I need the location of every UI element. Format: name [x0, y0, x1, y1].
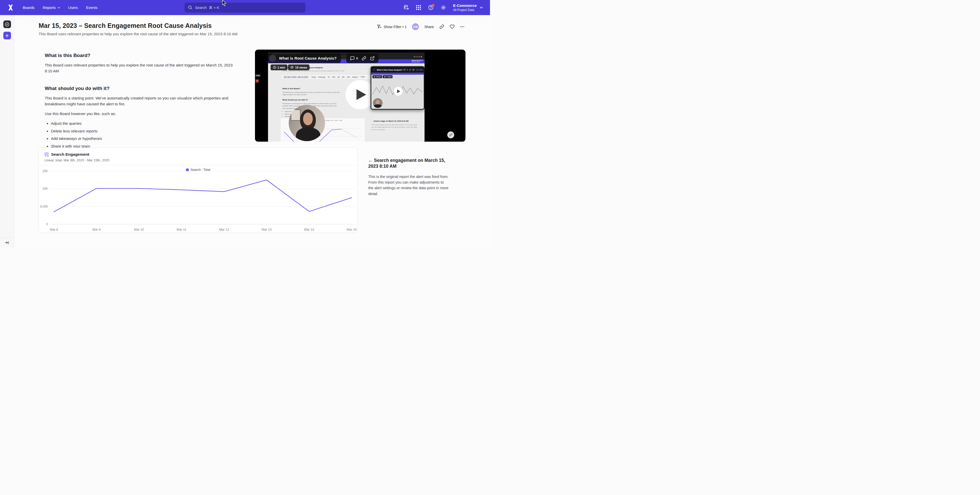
play-icon: [356, 89, 366, 100]
report-title[interactable]: Search Engagement: [51, 152, 89, 157]
play-icon: [397, 89, 400, 93]
apps-grid-icon[interactable]: [416, 5, 421, 10]
recording-timer: 0:02: [255, 74, 261, 77]
notification-dot: [432, 4, 434, 6]
pip-title: What is Root Cause Analysis?: [377, 69, 402, 71]
project-selector[interactable]: E-Commerce All Project Data: [453, 3, 483, 12]
report-card-search-engagement[interactable]: Search Engagement Linear, total, Mar 8th…: [39, 148, 358, 233]
presenter-avatar: [269, 55, 276, 62]
compass-icon: [5, 22, 10, 27]
primary-nav: Boards Reports Users Events: [23, 6, 97, 10]
video-meta: 1 min 19 views: [270, 64, 309, 70]
eye-icon: [290, 66, 294, 69]
pip-body: 18 sec 1 view: [371, 75, 424, 109]
filter-plus-icon: [377, 24, 382, 29]
section-heading: What is this Board?: [45, 53, 236, 58]
suggestion-list: Adjust the queries Delete less relevant …: [45, 121, 236, 149]
video-player[interactable]: Mar 15, 2023 - Search Engag… Boards Repo…: [255, 49, 465, 142]
browser-extensions: [414, 56, 422, 57]
settings-gear-icon[interactable]: [441, 5, 446, 11]
pip-play-button[interactable]: [394, 87, 402, 95]
clock-icon: [374, 76, 375, 78]
open-external-icon: [412, 69, 415, 71]
video-duration-badge: 1 min: [270, 64, 288, 70]
pip-duration-badge: 18 sec: [372, 75, 382, 78]
discover-compass-button[interactable]: [3, 21, 11, 28]
heart-icon: [450, 24, 455, 29]
divider: [39, 165, 357, 166]
board-canvas: Mar 15, 2023 – Search Engagement Root Ca…: [14, 15, 490, 247]
pip-title-bar: What is Root Cause Analysis? 0: [371, 67, 424, 73]
pip-webcam: [373, 98, 383, 108]
list-item: Add takeaways or hypotheses: [51, 136, 236, 142]
nav-events[interactable]: Events: [86, 6, 97, 10]
copy-link-button[interactable]: [439, 24, 444, 29]
video-title-bar: What is Root Cause Analysis?: [268, 53, 341, 63]
line-chart-report-icon: [45, 153, 49, 157]
presenter-webcam: [289, 105, 325, 141]
search-placeholder: Search ⌘ + K: [195, 6, 220, 10]
link-icon: [449, 133, 452, 137]
svg-text:Mar 12: Mar 12: [219, 228, 229, 231]
more-options-button[interactable]: [460, 26, 465, 27]
section-paragraph: This Board uses relevant properties to h…: [45, 62, 236, 74]
stop-recording-button: [255, 79, 259, 83]
mini-project: Mixpanel (project 3) All Project Data: [412, 60, 423, 63]
video-views-badge: 19 views: [288, 64, 309, 70]
board-header-controls: Show Filter • 1 CM Share: [377, 23, 464, 30]
plus-icon: [5, 34, 9, 38]
left-rail: [0, 15, 14, 247]
board-title: Mar 15, 2023 – Search Engagement Root Ca…: [39, 22, 212, 29]
nav-users[interactable]: Users: [68, 6, 78, 10]
svg-text:Mar 15: Mar 15: [347, 228, 357, 231]
project-name: E-Commerce: [453, 3, 477, 8]
svg-text:Mar 10: Mar 10: [134, 228, 144, 231]
pip-extensions: [416, 70, 422, 70]
link-icon[interactable]: [362, 56, 366, 60]
section-paragraph: Use this Board however you like, such as…: [45, 111, 236, 116]
video-copy-link-button[interactable]: [447, 131, 454, 138]
share-button[interactable]: Share: [424, 25, 434, 29]
project-scope: All Project Data: [453, 8, 477, 12]
nav-boards[interactable]: Boards: [23, 6, 35, 10]
video-title: What is Root Cause Analysis?: [279, 56, 337, 60]
open-external-icon[interactable]: [370, 56, 375, 60]
data-management-icon[interactable]: [403, 5, 409, 11]
search-input[interactable]: Search ⌘ + K: [185, 3, 305, 13]
svg-text:Mar 11: Mar 11: [177, 228, 186, 231]
svg-text:10K: 10K: [43, 187, 48, 191]
comment-count: 0: [356, 57, 358, 60]
top-navigation-bar: Boards Reports Users Events Search ⌘ + K: [0, 0, 490, 15]
report-subtitle: Linear, total, Mar 8th, 2020 - Mar 15th,…: [45, 158, 352, 162]
alert-note-body: This is the original report the alert wa…: [368, 174, 449, 197]
pip-purple-bar: [371, 73, 424, 75]
calendar-icon: [285, 76, 286, 78]
show-filter-button[interactable]: Show Filter • 1: [377, 24, 407, 29]
board-subtitle: This Board uses relevant properties to h…: [39, 32, 238, 36]
svg-text:Mar 13: Mar 13: [262, 228, 272, 231]
avatar[interactable]: CM: [412, 23, 419, 30]
comment-icon[interactable]: [350, 56, 355, 60]
favorite-button[interactable]: [450, 24, 455, 29]
svg-text:Mar 14: Mar 14: [304, 228, 314, 231]
mixpanel-logo-icon[interactable]: [7, 4, 14, 11]
nav-reports[interactable]: Reports: [43, 6, 60, 10]
alert-note-heading: ← Search engagement on March 15, 2023 8:…: [368, 158, 449, 170]
alert-note: ← Search engagement on March 15, 2023 8:…: [368, 158, 449, 197]
pip-views-badge: 1 view: [383, 75, 393, 78]
intro-text-block: What is this Board? This Board uses rele…: [45, 53, 236, 151]
eye-icon: [384, 76, 386, 78]
svg-text:Mar 9: Mar 9: [92, 228, 100, 231]
mini-aside: ← Search usage on March 15, 2023 8:10 AM…: [371, 120, 417, 131]
expand-sidebar-icon: [5, 241, 9, 244]
link-icon: [409, 69, 411, 71]
search-icon: [188, 5, 192, 10]
help-icon[interactable]: [428, 5, 434, 11]
pip-mini-player[interactable]: What is Root Cause Analysis? 0 18 sec: [371, 66, 425, 110]
svg-text:15K: 15K: [43, 169, 48, 173]
expand-sidebar-button[interactable]: [0, 237, 14, 247]
chevron-down-icon: [57, 7, 60, 8]
add-board-button[interactable]: [3, 32, 11, 39]
play-button[interactable]: [345, 80, 375, 109]
link-icon: [439, 24, 444, 29]
